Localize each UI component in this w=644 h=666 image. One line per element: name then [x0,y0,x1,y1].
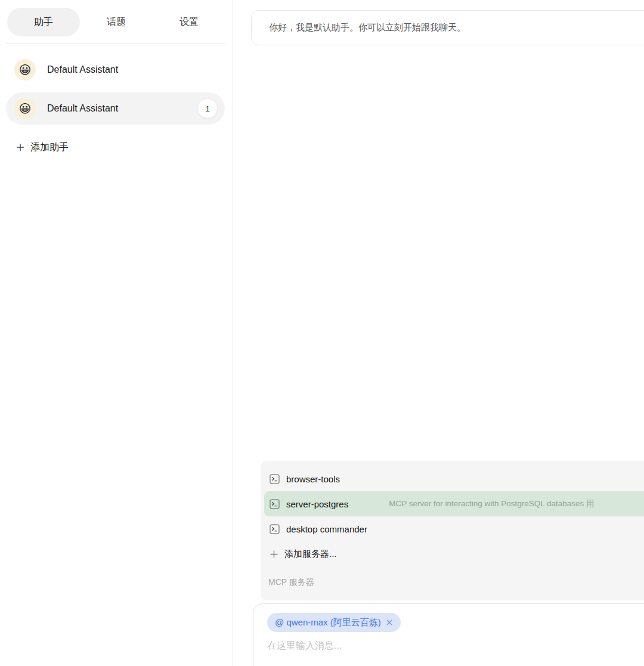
mcp-server-item-desktop-commander[interactable]: desktop commander [261,516,644,541]
message-input-container: @ qwen-max (阿里云百炼) [253,603,644,666]
assistant-item-selected[interactable]: 😀 Default Assistant 1 [6,92,225,125]
mcp-server-name: browser-tools [286,474,340,484]
close-icon[interactable] [386,619,393,626]
mcp-server-popup: browser-tools server-postgres MCP server… [261,461,644,600]
chat-main: 你好，我是默认助手。你可以立刻开始跟我聊天。 browser-tools [233,0,644,666]
sidebar: 助手 话题 设置 😀 Default Assistant 😀 Default A… [0,0,233,666]
assistant-name: Default Assistant [47,103,118,114]
tab-settings[interactable]: 设置 [153,8,225,36]
mcp-popup-footer-label: MCP 服务器 [261,570,644,595]
sidebar-divider [5,43,225,44]
model-mention-label: @ qwen-max (阿里云百炼) [275,617,381,628]
mcp-server-name: desktop commander [286,524,367,534]
terminal-icon [270,524,280,534]
plus-icon [270,550,278,559]
assistant-avatar: 😀 [14,59,36,80]
assistant-item[interactable]: 😀 Default Assistant [6,54,225,86]
add-mcp-server-label: 添加服务器... [284,549,337,560]
message-input[interactable] [267,640,637,664]
mcp-server-item-browser-tools[interactable]: browser-tools [261,466,644,491]
add-mcp-server-button[interactable]: 添加服务器... [261,541,644,566]
assistant-greeting-message: 你好，我是默认助手。你可以立刻开始跟我聊天。 [251,10,644,45]
terminal-icon [270,499,280,509]
model-mention-chip[interactable]: @ qwen-max (阿里云百炼) [267,613,401,632]
plus-icon [16,143,25,152]
sidebar-tabbar: 助手 话题 设置 [7,8,225,36]
add-assistant-label: 添加助手 [30,141,69,154]
assistant-name: Default Assistant [47,64,118,75]
app-window: 助手 话题 设置 😀 Default Assistant 😀 Default A… [0,0,644,666]
assistant-avatar: 😀 [14,98,36,119]
mcp-server-name: server-postgres [286,499,348,509]
tab-topics[interactable]: 话题 [80,8,153,36]
add-assistant-button[interactable]: 添加助手 [16,139,69,156]
mcp-server-item-server-postgres[interactable]: server-postgres MCP server for interacti… [264,491,644,516]
mcp-server-description: MCP server for interacting with PostgreS… [389,498,594,509]
terminal-icon [270,474,280,484]
tab-assistants[interactable]: 助手 [7,8,80,36]
topic-count-badge: 1 [197,98,218,119]
